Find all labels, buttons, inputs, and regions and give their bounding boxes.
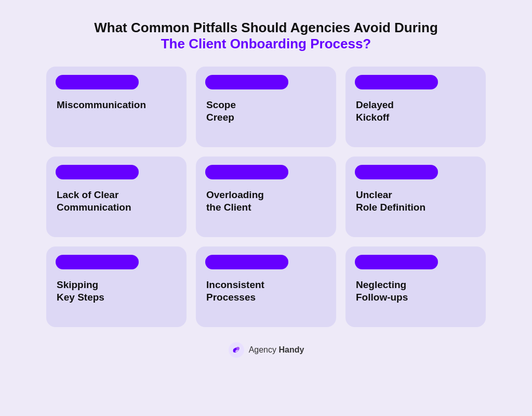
card-bar-scope-creep — [205, 75, 288, 89]
card-label-neglecting-follow-ups: Neglecting Follow-ups — [355, 279, 408, 304]
card-unclear-role-definition: Unclear Role Definition — [345, 157, 486, 237]
card-overloading-the-client: Overloading the Client — [196, 157, 336, 237]
title-line1: What Common Pitfalls Should Agencies Avo… — [94, 20, 438, 36]
card-lack-of-clear-communication: Lack of Clear Communication — [46, 157, 187, 237]
title-line2: The Client Onboarding Process? — [94, 36, 438, 52]
card-inconsistent-processes: Inconsistent Processes — [196, 246, 336, 327]
card-delayed-kickoff: Delayed Kickoff — [345, 67, 486, 147]
card-bar-miscommunication — [56, 75, 139, 89]
card-bar-overloading-the-client — [205, 165, 288, 179]
card-scope-creep: Scope Creep — [196, 67, 336, 147]
card-bar-neglecting-follow-ups — [355, 255, 438, 269]
card-bar-inconsistent-processes — [205, 255, 288, 269]
card-label-unclear-role-definition: Unclear Role Definition — [355, 189, 425, 214]
card-bar-lack-of-clear-communication — [56, 165, 139, 179]
card-neglecting-follow-ups: Neglecting Follow-ups — [345, 246, 486, 327]
card-label-skipping-key-steps: Skipping Key Steps — [56, 279, 104, 304]
card-label-overloading-the-client: Overloading the Client — [205, 189, 264, 214]
svg-point-1 — [236, 347, 240, 350]
page-header: What Common Pitfalls Should Agencies Avo… — [94, 20, 438, 52]
footer: Agency Handy — [228, 342, 304, 358]
card-bar-skipping-key-steps — [56, 255, 139, 269]
card-bar-delayed-kickoff — [355, 75, 438, 89]
card-label-inconsistent-processes: Inconsistent Processes — [205, 279, 264, 304]
pitfalls-grid: MiscommunicationScope CreepDelayed Kicko… — [46, 67, 486, 327]
card-miscommunication: Miscommunication — [46, 67, 187, 147]
card-bar-unclear-role-definition — [355, 165, 438, 179]
card-label-scope-creep: Scope Creep — [205, 99, 236, 124]
agency-handy-logo — [228, 342, 245, 358]
card-label-lack-of-clear-communication: Lack of Clear Communication — [56, 189, 131, 214]
card-skipping-key-steps: Skipping Key Steps — [46, 246, 187, 327]
card-label-delayed-kickoff: Delayed Kickoff — [355, 99, 394, 124]
card-label-miscommunication: Miscommunication — [56, 99, 146, 111]
footer-brand: Agency Handy — [249, 345, 304, 355]
